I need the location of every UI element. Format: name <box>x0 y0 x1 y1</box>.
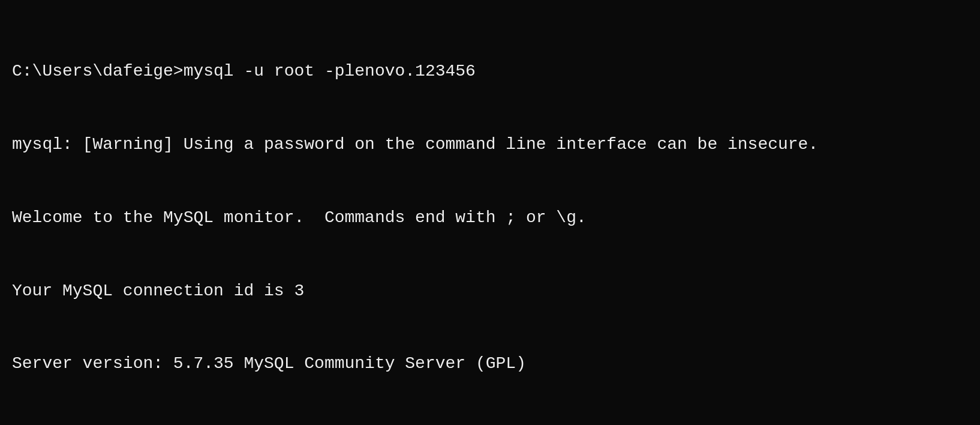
terminal-line-2: mysql: [Warning] Using a password on the… <box>12 133 968 157</box>
terminal-line-1: C:\Users\dafeige>mysql -u root -plenovo.… <box>12 59 968 84</box>
terminal-line-3: Welcome to the MySQL monitor. Commands e… <box>12 206 968 231</box>
terminal-line-5: Server version: 5.7.35 MySQL Community S… <box>12 352 968 376</box>
terminal-line-4: Your MySQL connection id is 3 <box>12 279 968 304</box>
terminal-output: C:\Users\dafeige>mysql -u root -plenovo.… <box>12 11 968 425</box>
